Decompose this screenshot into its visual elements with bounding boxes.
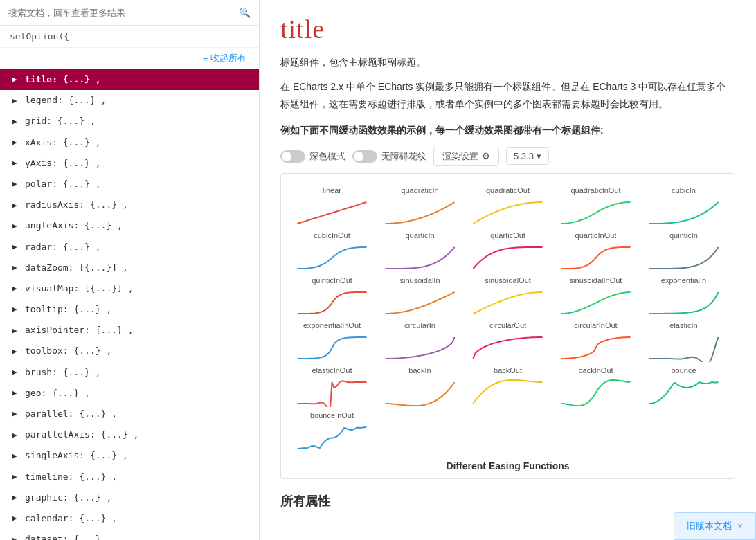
render-label: 渲染设置 bbox=[442, 150, 478, 163]
set-option-header: setOption({ bbox=[0, 26, 259, 48]
easing-curve-svg bbox=[291, 241, 373, 272]
sidebar-item-graphic[interactable]: ▶graphic: {...} , bbox=[0, 487, 259, 508]
easing-label: exponentialInOut bbox=[303, 321, 361, 330]
easing-cell-circularIn: circularIn bbox=[376, 320, 464, 363]
sidebar-item-radiusAxis[interactable]: ▶radiusAxis: {...} , bbox=[0, 195, 259, 215]
sidebar: 🔍 setOption({ ≡ 收起所有 ▶title: {...} ,▶leg… bbox=[0, 0, 260, 540]
chevron-right-icon: ▶ bbox=[12, 513, 22, 523]
sidebar-item-dataset[interactable]: ▶dataset: {...} , bbox=[0, 529, 259, 540]
sidebar-item-grid[interactable]: ▶grid: {...} , bbox=[0, 111, 259, 132]
chevron-right-icon: ▶ bbox=[12, 451, 22, 461]
easing-label: quinticIn bbox=[669, 231, 698, 240]
sidebar-item-yAxis[interactable]: ▶yAxis: {...} , bbox=[0, 153, 259, 174]
chevron-right-icon: ▶ bbox=[12, 200, 22, 210]
easing-grid: linearquadraticInquadraticOutquadraticIn… bbox=[288, 185, 728, 453]
search-icon: 🔍 bbox=[239, 7, 251, 18]
sidebar-item-xAxis[interactable]: ▶xAxis: {...} , bbox=[0, 132, 259, 153]
tree-item-label: title: {...} , bbox=[25, 73, 101, 86]
tree-item-label: grid: {...} , bbox=[25, 115, 96, 127]
sidebar-item-title[interactable]: ▶title: {...} , bbox=[0, 69, 259, 90]
sidebar-item-tooltip[interactable]: ▶tooltip: {...} , bbox=[0, 299, 259, 320]
chevron-right-icon: ▶ bbox=[12, 179, 22, 189]
chevron-right-icon: ▶ bbox=[12, 242, 22, 252]
close-icon[interactable]: × bbox=[737, 521, 743, 532]
easing-cell-exponentialIn: exponentialIn bbox=[640, 275, 728, 318]
easing-cell-sinusoidalIn: sinusoidalIn bbox=[376, 275, 464, 318]
chevron-right-icon: ▶ bbox=[12, 137, 22, 147]
chevron-right-icon: ▶ bbox=[12, 221, 22, 231]
easing-label: exponentialIn bbox=[661, 276, 706, 285]
tree-item-label: radiusAxis: {...} , bbox=[25, 199, 128, 211]
sidebar-item-toolbox[interactable]: ▶toolbox: {...} , bbox=[0, 341, 259, 361]
easing-curve-svg bbox=[642, 376, 725, 407]
tree-item-label: parallelAxis: {...} , bbox=[25, 429, 138, 441]
easing-curve-svg bbox=[291, 376, 373, 407]
all-props-title: 所有属性 bbox=[280, 493, 735, 510]
easing-cell-quarticInOut: quarticInOut bbox=[552, 230, 640, 273]
description-2: 在 ECharts 2.x 中单个 ECharts 实例最多只能拥有一个标题组件… bbox=[280, 78, 735, 113]
chevron-right-icon: ▶ bbox=[12, 492, 22, 503]
easing-label: quadraticOut bbox=[486, 186, 530, 195]
easing-curve-svg bbox=[642, 196, 725, 227]
render-settings-button[interactable]: 渲染设置 ⚙ bbox=[433, 147, 499, 166]
chevron-right-icon: ▶ bbox=[12, 471, 22, 482]
accessibility-toggle-wrap: 无障碍花纹 bbox=[352, 150, 426, 163]
tree-item-label: brush: {...} , bbox=[25, 366, 101, 379]
sidebar-item-timeline[interactable]: ▶timeline: {...} , bbox=[0, 467, 259, 487]
easing-label: cubicIn bbox=[672, 186, 696, 195]
easing-curve-svg bbox=[379, 286, 461, 317]
easing-label: elasticIn bbox=[669, 321, 697, 330]
easing-cell-empty bbox=[376, 410, 464, 453]
sidebar-item-parallel[interactable]: ▶parallel: {...} , bbox=[0, 404, 259, 424]
sidebar-item-axisPointer[interactable]: ▶axisPointer: {...} , bbox=[0, 320, 259, 341]
chevron-right-icon: ▶ bbox=[12, 158, 22, 168]
easing-label: circularIn bbox=[404, 321, 435, 330]
sidebar-item-geo[interactable]: ▶geo: {...} , bbox=[0, 383, 259, 404]
legacy-label: 旧版本文档 bbox=[687, 520, 732, 532]
accessibility-toggle[interactable] bbox=[352, 150, 377, 163]
easing-cell-quinticInOut: quinticInOut bbox=[288, 275, 376, 318]
easing-label: cubicInOut bbox=[314, 231, 350, 240]
version-selector[interactable]: 5.3.3 ▾ bbox=[506, 147, 549, 165]
easing-curve-svg bbox=[467, 241, 549, 272]
version-label: 5.3.3 bbox=[514, 151, 534, 161]
tree-container: ▶title: {...} ,▶legend: {...} ,▶grid: {.… bbox=[0, 69, 259, 540]
sidebar-item-parallelAxis[interactable]: ▶parallelAxis: {...} , bbox=[0, 424, 259, 445]
tree-item-label: timeline: {...} , bbox=[25, 471, 117, 483]
easing-cell-quadraticIn: quadraticIn bbox=[376, 185, 464, 228]
dark-mode-label: 深色模式 bbox=[309, 150, 345, 163]
sidebar-item-dataZoom[interactable]: ▶dataZoom: [{...}] , bbox=[0, 258, 259, 278]
easing-label: sinusoidalInOut bbox=[570, 276, 622, 285]
easing-curve-svg bbox=[291, 331, 373, 362]
easing-chart-area: linearquadraticInquadraticOutquadraticIn… bbox=[280, 173, 735, 479]
sidebar-item-angleAxis[interactable]: ▶angleAxis: {...} , bbox=[0, 215, 259, 236]
easing-label: circularInOut bbox=[574, 321, 617, 330]
easing-cell-empty bbox=[552, 410, 640, 453]
collapse-icon: ≡ bbox=[202, 53, 208, 64]
sidebar-item-polar[interactable]: ▶polar: {...} , bbox=[0, 174, 259, 195]
sidebar-item-singleAxis[interactable]: ▶singleAxis: {...} , bbox=[0, 445, 259, 466]
easing-cell-sinusoidalInOut: sinusoidalInOut bbox=[552, 275, 640, 318]
sidebar-item-brush[interactable]: ▶brush: {...} , bbox=[0, 362, 259, 383]
easing-cell-backIn: backIn bbox=[376, 365, 464, 408]
legacy-badge[interactable]: 旧版本文档 × bbox=[674, 512, 756, 540]
easing-cell-quadraticInOut: quadraticInOut bbox=[552, 185, 640, 228]
easing-label: quarticIn bbox=[405, 231, 434, 240]
chevron-right-icon: ▶ bbox=[12, 534, 22, 540]
chevron-down-icon: ▾ bbox=[537, 151, 541, 161]
easing-curve-svg bbox=[379, 376, 461, 407]
accessibility-label: 无障碍花纹 bbox=[381, 150, 426, 163]
easing-curve-svg bbox=[379, 196, 461, 227]
sidebar-item-calendar[interactable]: ▶calendar: {...} , bbox=[0, 508, 259, 529]
dark-mode-toggle[interactable] bbox=[280, 150, 305, 163]
easing-cell-circularOut: circularOut bbox=[464, 320, 552, 363]
sidebar-item-visualMap[interactable]: ▶visualMap: [{...}] , bbox=[0, 278, 259, 299]
easing-label: quarticInOut bbox=[575, 231, 617, 240]
search-input[interactable] bbox=[8, 8, 233, 18]
easing-curve-svg bbox=[555, 286, 637, 317]
easing-curve-svg bbox=[555, 241, 637, 272]
sidebar-item-legend[interactable]: ▶legend: {...} , bbox=[0, 90, 259, 111]
sidebar-item-radar[interactable]: ▶radar: {...} , bbox=[0, 237, 259, 258]
collapse-bar[interactable]: ≡ 收起所有 bbox=[0, 48, 259, 69]
easing-cell-elasticIn: elasticIn bbox=[640, 320, 728, 363]
